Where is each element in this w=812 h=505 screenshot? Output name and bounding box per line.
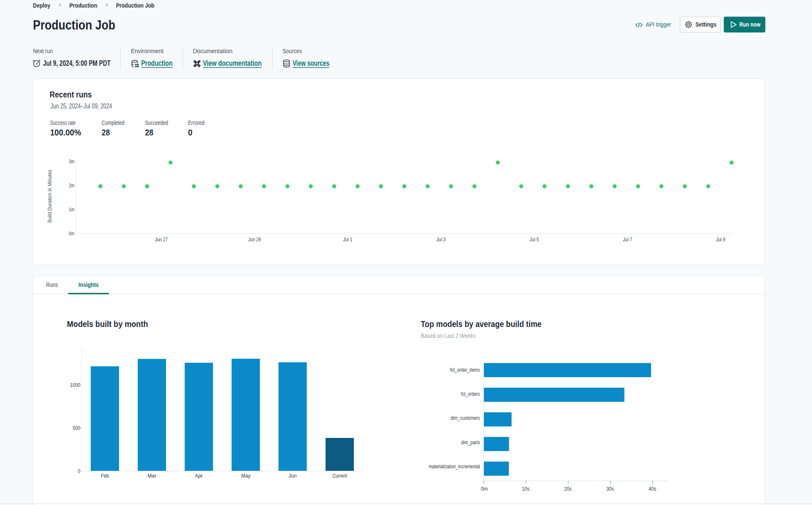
svg-text:Current: Current [332,473,347,479]
svg-text:Top models by average build ti: Top models by average build time [421,319,542,329]
svg-text:dim_parts: dim_parts [461,439,480,446]
svg-text:Jul 7: Jul 7 [623,237,632,243]
svg-text:View documentation: View documentation [203,59,262,68]
svg-text:Jun: Jun [289,473,297,479]
svg-text:Production Job: Production Job [116,2,155,9]
svg-text:Insights: Insights [79,281,99,288]
svg-text:Recent runs: Recent runs [50,89,92,99]
svg-text:dim_customers: dim_customers [451,415,480,421]
svg-text:500: 500 [73,425,81,431]
svg-text:Environment: Environment [131,47,164,54]
svg-text:materialization_incremental: materialization_incremental [429,463,480,470]
svg-text:Errored: Errored [188,119,204,126]
svg-text:Production Job: Production Job [33,17,115,32]
svg-text:fct_orders: fct_orders [461,391,480,397]
svg-text:1000: 1000 [70,382,81,388]
svg-text:Production: Production [141,59,173,68]
svg-text:Jul 3: Jul 3 [436,237,445,243]
svg-text:28: 28 [145,127,154,137]
svg-text:3m: 3m [69,158,74,165]
svg-text:Mar: Mar [147,473,157,479]
svg-text:40s: 40s [649,486,656,492]
svg-text:0: 0 [188,127,193,137]
svg-text:20s: 20s [564,486,572,492]
svg-text:30s: 30s [606,486,614,492]
svg-text:Run now: Run now [739,21,760,28]
svg-text:10s: 10s [522,486,530,492]
svg-text:Feb: Feb [101,473,109,479]
svg-text:Based on Last 2 Weeks: Based on Last 2 Weeks [421,332,476,339]
svg-text:0m: 0m [69,230,74,237]
svg-text:Success rate: Success rate [50,119,76,126]
svg-text:Deploy: Deploy [33,2,50,9]
svg-text:Next run: Next run [33,47,53,54]
svg-text:Jun 25, 2024–Jul 09, 2024: Jun 25, 2024–Jul 09, 2024 [51,102,112,110]
svg-text:Jun 27: Jun 27 [155,237,168,243]
svg-text:0m: 0m [481,486,488,492]
svg-text:Succeeded: Succeeded [145,119,168,126]
svg-text:1m: 1m [69,206,74,213]
svg-text:Jul 9: Jul 9 [716,237,725,243]
svg-text:Models built by month: Models built by month [67,319,148,329]
svg-text:100.00%: 100.00% [50,127,81,137]
svg-text:2m: 2m [69,182,74,189]
svg-text:May: May [241,473,250,479]
svg-text:Jul 1: Jul 1 [343,237,353,243]
svg-text:Jul 9, 2024, 5:00 PM PDT: Jul 9, 2024, 5:00 PM PDT [43,59,111,68]
svg-text:Completed: Completed [102,119,125,126]
svg-text:Jun 29: Jun 29 [248,237,261,243]
svg-text:Settings: Settings [695,21,717,28]
svg-text:Runs: Runs [46,281,58,288]
svg-text:View sources: View sources [293,59,329,68]
svg-text:fct_order_items: fct_order_items [450,367,480,373]
svg-text:0: 0 [78,468,80,474]
svg-text:Production: Production [69,2,97,9]
svg-text:Jul 5: Jul 5 [530,237,539,243]
svg-text:Build Duration in Minutes: Build Duration in Minutes [47,170,53,223]
svg-text:Apr: Apr [195,473,203,479]
svg-text:Documentation: Documentation [193,47,233,54]
svg-text:Sources: Sources [282,47,302,54]
svg-text:28: 28 [102,127,110,137]
svg-text:API trigger: API trigger [646,21,671,28]
